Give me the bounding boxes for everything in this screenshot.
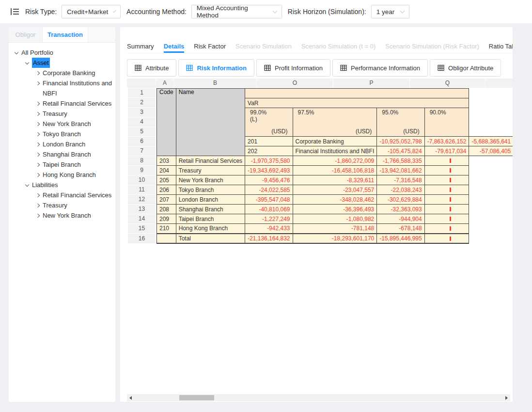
caret-collapsed-icon[interactable] <box>34 109 42 115</box>
total-label-cell[interactable]: Total <box>176 234 245 243</box>
tree-item-label[interactable]: Corporate Banking <box>43 68 95 78</box>
tree-item-label[interactable]: London Branch <box>43 139 85 149</box>
caret-collapsed-icon[interactable] <box>34 129 42 136</box>
var-value-cell[interactable]: -781,148 <box>293 224 377 234</box>
var-value-cell[interactable]: -19,343,692,493 <box>245 166 293 175</box>
confidence-header-cell[interactable]: 90.0% <box>424 108 469 137</box>
code-cell[interactable] <box>157 234 176 243</box>
row-number-cell[interactable]: 1 <box>128 88 156 97</box>
row-number-cell[interactable]: 13 <box>128 205 156 214</box>
clipped-value-cell[interactable] <box>424 166 469 175</box>
tree-item-label[interactable]: Financial Institutions and NBFI <box>43 78 115 98</box>
code-cell[interactable]: 204 <box>157 166 176 175</box>
name-cell[interactable]: Corporate Banking <box>293 137 377 146</box>
subtab-risk-information[interactable]: Risk Information <box>178 59 254 77</box>
row-number-cell[interactable]: 10 <box>128 175 156 185</box>
main-tab-scenario-simulation-risk-factor[interactable]: Scenario Simulation (Risk Factor) <box>385 43 479 50</box>
caret-collapsed-icon[interactable] <box>34 98 42 105</box>
tree-item[interactable]: Treasury <box>9 200 115 210</box>
clipped-value-cell[interactable] <box>424 205 469 214</box>
row-number-cell[interactable]: 16 <box>128 234 156 243</box>
caret-expanded-icon[interactable] <box>13 48 20 54</box>
tree-item[interactable]: New York Branch <box>9 119 115 129</box>
caret-collapsed-icon[interactable] <box>34 159 42 166</box>
tree-item-label[interactable]: Retail Financial Services <box>43 190 111 200</box>
name-cell[interactable]: Hong Kong Branch <box>176 224 245 234</box>
main-tab-scenario-simulation-t-0[interactable]: Scenario Simulation (t = 0) <box>301 43 376 50</box>
total-value-cell[interactable]: -15,895,446,995 <box>377 234 424 243</box>
row-number-cell[interactable]: 15 <box>128 224 156 233</box>
tree-item[interactable]: Shanghai Branch <box>9 149 115 159</box>
row-number-cell[interactable]: 4 <box>128 117 156 127</box>
var-value-cell[interactable]: -1,860,272,009 <box>293 156 377 166</box>
tree-menu-icon[interactable] <box>11 8 19 16</box>
var-value-cell[interactable]: -1,766,588,335 <box>377 156 424 166</box>
var-value-cell[interactable]: -79,617,034 <box>424 146 469 156</box>
tab-transaction[interactable]: Transaction <box>43 27 88 42</box>
column-letter-cell[interactable]: O <box>257 79 333 88</box>
var-value-cell[interactable]: -302,629,884 <box>377 195 424 205</box>
var-value-cell[interactable]: -348,028,462 <box>293 195 377 205</box>
name-cell[interactable]: Taipei Branch <box>176 214 245 224</box>
caret-collapsed-icon[interactable] <box>34 200 42 207</box>
tree-item[interactable]: Corporate Banking <box>9 68 115 78</box>
var-value-cell[interactable]: -23,047,557 <box>293 185 377 195</box>
name-cell[interactable]: Shanghai Branch <box>176 205 245 214</box>
code-cell[interactable]: 203 <box>157 156 176 166</box>
row-number-cell[interactable]: 6 <box>128 137 156 146</box>
var-value-cell[interactable]: -8,329,611 <box>293 175 377 185</box>
tree-item-label[interactable]: Shanghai Branch <box>43 149 91 159</box>
main-tab-details[interactable]: Details <box>164 43 185 50</box>
name-cell[interactable]: Financial Institutions and NBFI <box>293 146 377 156</box>
row-number-cell[interactable]: 5 <box>128 127 156 136</box>
var-value-cell[interactable]: -105,475,824 <box>377 146 424 156</box>
row-number-cell[interactable]: 12 <box>128 195 156 204</box>
row-number-cell[interactable]: 8 <box>128 156 156 165</box>
var-value-cell[interactable]: -57,086,405 <box>469 146 513 156</box>
row-number-cell[interactable]: 9 <box>128 166 156 175</box>
code-cell[interactable]: 202 <box>245 146 293 156</box>
name-cell[interactable]: Tokyo Branch <box>176 185 245 195</box>
clipped-value-cell[interactable] <box>424 175 469 185</box>
tree-item[interactable]: Treasury <box>9 109 115 119</box>
total-value-cell[interactable]: -18,293,601,170 <box>293 234 377 243</box>
column-letter-cell[interactable]: Q <box>410 79 485 88</box>
caret-expanded-icon[interactable] <box>23 58 31 64</box>
var-value-cell[interactable]: -10,925,052,798 <box>377 137 424 146</box>
name-header-cell[interactable]: Name <box>176 89 245 156</box>
tree-item[interactable]: London Branch <box>9 139 115 149</box>
code-cell[interactable]: 207 <box>157 195 176 205</box>
tree-item-label[interactable]: New York Branch <box>43 210 91 221</box>
var-value-cell[interactable]: -7,316,548 <box>377 175 424 185</box>
column-letter-cell[interactable]: B <box>174 79 256 88</box>
var-value-cell[interactable]: -1,970,375,580 <box>245 156 293 166</box>
total-value-cell[interactable]: -21,136,164,832 <box>245 234 293 243</box>
name-cell[interactable]: Treasury <box>176 166 245 175</box>
confidence-header-cell[interactable]: 95.0%(USD) <box>377 108 424 137</box>
row-number-cell[interactable]: 14 <box>128 214 156 223</box>
tab-obligor[interactable]: Obligor <box>9 27 43 42</box>
clipped-value-cell[interactable] <box>424 156 469 166</box>
tree-item[interactable]: Retail Financial Services <box>9 190 115 200</box>
clipped-value-cell[interactable] <box>424 214 469 224</box>
accounting-method-select[interactable]: Mixed Accounting Method <box>191 5 282 18</box>
var-value-cell[interactable]: -942,433 <box>245 224 293 234</box>
subtab-profit-information[interactable]: Profit Information <box>256 59 330 77</box>
caret-collapsed-icon[interactable] <box>34 149 42 156</box>
tree-item-label[interactable]: Retail Financial Services <box>43 98 111 109</box>
scroll-left-arrow-icon[interactable] <box>127 394 134 401</box>
tree-item[interactable]: Retail Financial Services <box>9 98 115 109</box>
risk-type-select[interactable]: Credit+Market <box>62 5 121 18</box>
tree-item[interactable]: Hong Kong Branch <box>9 170 115 180</box>
subtab-attribute[interactable]: Attribute <box>127 59 176 77</box>
caret-collapsed-icon[interactable] <box>34 210 42 217</box>
scrollbar-thumb[interactable] <box>179 395 214 400</box>
var-value-cell[interactable]: -1,227,249 <box>245 214 293 224</box>
name-cell[interactable]: Retail Financial Services <box>176 156 245 166</box>
row-number-cell[interactable]: 7 <box>128 146 156 156</box>
column-letter-cell[interactable]: A <box>156 79 173 88</box>
tree-item-label[interactable]: Asset <box>32 58 50 68</box>
caret-collapsed-icon[interactable] <box>34 119 42 126</box>
row-number-cell[interactable]: 3 <box>128 108 156 117</box>
main-tab-scenario-simulation[interactable]: Scenario Simulation <box>235 43 292 50</box>
